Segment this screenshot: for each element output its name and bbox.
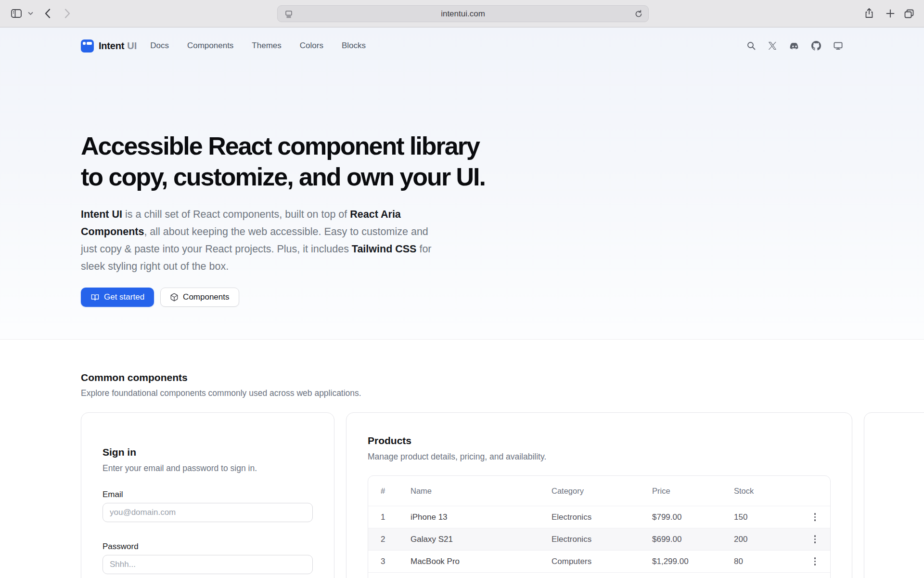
table-row[interactable]: 2 Galaxy S21 Electronics $699.00 200 (368, 528, 830, 550)
products-table: # Name Category Price Stock 1 iPhone 13 … (368, 475, 831, 578)
row-actions-icon[interactable] (811, 532, 819, 546)
col-header-price[interactable]: Price (652, 486, 734, 496)
table-row[interactable]: 1 iPhone 13 Electronics $799.00 150 (368, 506, 830, 528)
hero-heading-line1: Accessible React component library (81, 131, 924, 161)
cell-num: 1 (381, 512, 411, 522)
search-icon[interactable] (746, 41, 756, 51)
book-open-icon (90, 293, 100, 302)
tabs-overview-icon[interactable] (903, 8, 915, 19)
new-tab-icon[interactable] (885, 8, 896, 19)
cell-price: $1,299.00 (652, 557, 734, 566)
table-header-row: # Name Category Price Stock (368, 476, 830, 506)
cell-num: 2 (381, 535, 411, 544)
hero-heading: Accessible React component library to co… (81, 131, 924, 192)
col-header-name[interactable]: Name (411, 486, 552, 496)
cell-stock: 150 (734, 512, 802, 522)
intent-ui-logo-icon (81, 39, 94, 53)
col-header-num[interactable]: # (381, 486, 411, 496)
cell-category: Electronics (552, 512, 652, 522)
reload-icon[interactable] (634, 9, 643, 19)
cell-stock: 80 (734, 557, 802, 566)
cell-price: $799.00 (652, 512, 734, 522)
components-label: Components (183, 292, 229, 302)
email-label: Email (103, 490, 313, 499)
table-row[interactable]: 4 Dell XPS 13 Computers $999.00 120 (368, 572, 830, 578)
brand-name: Intent (99, 40, 124, 52)
x-icon[interactable] (768, 41, 777, 50)
col-header-category[interactable]: Category (552, 486, 652, 496)
col-header-stock[interactable]: Stock (734, 486, 802, 496)
share-icon[interactable] (864, 8, 874, 19)
browser-chrome: intentui.com (0, 0, 924, 27)
sidebar-toggle-icon[interactable] (10, 7, 23, 20)
discord-icon[interactable] (789, 41, 799, 51)
cell-name: Galaxy S21 (411, 535, 552, 544)
back-icon[interactable] (44, 8, 51, 19)
password-label: Password (103, 542, 313, 552)
cell-category: Computers (552, 557, 652, 566)
page: Intent UI Docs Components Themes Colors … (0, 27, 924, 578)
products-title: Products (368, 435, 831, 447)
email-field[interactable] (103, 503, 313, 522)
components-cards-row: Sign in Enter your email and password to… (81, 412, 924, 578)
products-card: Products Manage product details, pricing… (346, 412, 852, 578)
display-icon[interactable] (833, 41, 843, 51)
box-icon (170, 293, 179, 302)
cell-name: MacBook Pro (411, 557, 552, 566)
address-bar[interactable]: intentui.com (277, 5, 649, 22)
hero-paragraph-segment: Intent UI (81, 209, 122, 220)
common-components-section: Common components Explore foundational c… (0, 340, 924, 578)
hero-heading-line2: to copy, customize, and own your UI. (81, 161, 924, 192)
row-actions-icon[interactable] (811, 554, 819, 568)
site-navbar: Intent UI Docs Components Themes Colors … (0, 27, 924, 64)
get-started-button[interactable]: Get started (81, 288, 154, 307)
cell-stock: 200 (734, 535, 802, 544)
signin-card: Sign in Enter your email and password to… (81, 412, 334, 578)
nav-link-themes[interactable]: Themes (252, 41, 281, 51)
next-component-card (864, 412, 924, 578)
hero-actions: Get started Components (81, 288, 924, 307)
nav-link-docs[interactable]: Docs (150, 41, 169, 51)
nav-links: Docs Components Themes Colors Blocks (150, 41, 366, 51)
hero-paragraph-segment: is a chill set of React components, buil… (122, 209, 350, 220)
cell-name: iPhone 13 (411, 512, 552, 522)
brand-logo[interactable]: Intent UI (81, 39, 137, 53)
hero-content: Accessible React component library to co… (0, 131, 924, 307)
password-field[interactable] (103, 555, 313, 574)
section-title: Common components (81, 372, 924, 383)
hero-section: Intent UI Docs Components Themes Colors … (0, 27, 924, 340)
hero-paragraph-segment: Tailwind CSS (352, 243, 417, 255)
signin-subtitle: Enter your email and password to sign in… (103, 463, 313, 473)
page-proxy-icon (284, 9, 294, 19)
section-subtitle: Explore foundational components commonly… (81, 388, 924, 398)
nav-link-components[interactable]: Components (187, 41, 233, 51)
brand-suffix: UI (127, 40, 137, 52)
nav-icon-group (746, 41, 843, 51)
signin-title: Sign in (103, 447, 313, 458)
row-actions-icon[interactable] (811, 510, 819, 524)
get-started-label: Get started (104, 292, 144, 302)
hero-paragraph: Intent UI is a chill set of React compon… (81, 206, 441, 275)
nav-link-blocks[interactable]: Blocks (342, 41, 366, 51)
cell-price: $699.00 (652, 535, 734, 544)
forward-icon[interactable] (64, 8, 71, 19)
cell-num: 3 (381, 557, 411, 566)
components-button[interactable]: Components (160, 288, 239, 307)
github-icon[interactable] (811, 41, 821, 51)
url-text: intentui.com (441, 9, 485, 19)
products-subtitle: Manage product details, pricing, and ava… (368, 452, 831, 462)
table-row[interactable]: 3 MacBook Pro Computers $1,299.00 80 (368, 550, 830, 572)
cell-category: Electronics (552, 535, 652, 544)
nav-link-colors[interactable]: Colors (300, 41, 323, 51)
chevron-down-icon[interactable] (27, 11, 34, 16)
